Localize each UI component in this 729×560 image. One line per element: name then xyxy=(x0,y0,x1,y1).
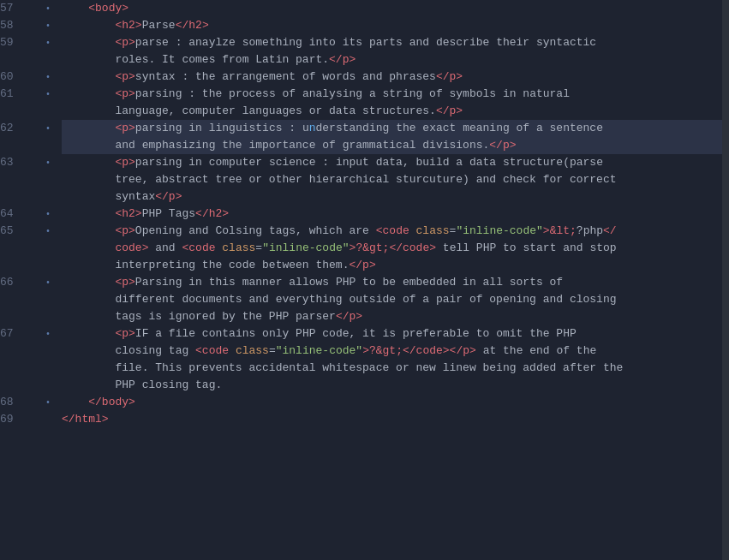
breakpoint-dot: • xyxy=(45,223,51,274)
code-line-block: <h2>Parse</h2> xyxy=(62,17,722,34)
line-number: 66 xyxy=(0,274,31,325)
code-line-block: </html> xyxy=(62,411,722,428)
breakpoint-dot: • xyxy=(45,154,51,206)
code-line-block: <p>parsing in linguistics : understandin… xyxy=(62,120,722,154)
line-number: 58 xyxy=(0,17,31,34)
line-number: 69 xyxy=(0,411,31,428)
breakpoint-dot: • xyxy=(45,120,51,154)
code-line-block: <p>parsing in computer science : input d… xyxy=(62,154,722,206)
line-number: 57 xyxy=(0,0,31,17)
breakpoint-dot: • xyxy=(45,325,51,394)
breakpoint-dot: • xyxy=(45,274,51,325)
code-content[interactable]: <body> <h2>Parse</h2> <p>parse : anaylze… xyxy=(55,0,722,560)
breakpoint-dot: • xyxy=(45,394,51,411)
scrollbar[interactable] xyxy=(722,0,729,560)
line-number: 62 xyxy=(0,120,31,154)
dot-gutter: •••••••••••• xyxy=(41,0,55,560)
breakpoint-dot: • xyxy=(45,69,51,86)
line-number: 67 xyxy=(0,325,31,394)
line-number: 61 xyxy=(0,86,31,120)
code-editor: 57585960616263646566676869 •••••••••••• … xyxy=(0,0,729,560)
line-number: 59 xyxy=(0,34,31,69)
breakpoint-dot: • xyxy=(45,34,51,69)
code-line-block: <p>Opening and Colsing tags, which are <… xyxy=(62,223,722,274)
line-number: 68 xyxy=(0,394,31,411)
line-numbers: 57585960616263646566676869 xyxy=(0,0,41,560)
breakpoint-dot: • xyxy=(45,0,51,17)
code-line-block: <body> xyxy=(62,0,722,17)
code-line-block: <p>syntax : the arrangement of words and… xyxy=(62,69,722,86)
line-number: 64 xyxy=(0,206,31,223)
line-number: 63 xyxy=(0,154,31,206)
breakpoint-dot: • xyxy=(45,17,51,34)
breakpoint-dot: • xyxy=(45,86,51,120)
breakpoint-dot: • xyxy=(45,206,51,223)
code-line-block: <p>parsing : the process of analysing a … xyxy=(62,86,722,120)
code-line-block: <h2>PHP Tags</h2> xyxy=(62,206,722,223)
line-number: 65 xyxy=(0,223,31,274)
code-line-block: <p>parse : anaylze something into its pa… xyxy=(62,34,722,69)
code-line-block: <p>IF a file contains only PHP code, it … xyxy=(62,325,722,394)
code-line-block: <p>Parsing in this manner allows PHP to … xyxy=(62,274,722,325)
line-number: 60 xyxy=(0,69,31,86)
code-line-block: </body> xyxy=(62,394,722,411)
